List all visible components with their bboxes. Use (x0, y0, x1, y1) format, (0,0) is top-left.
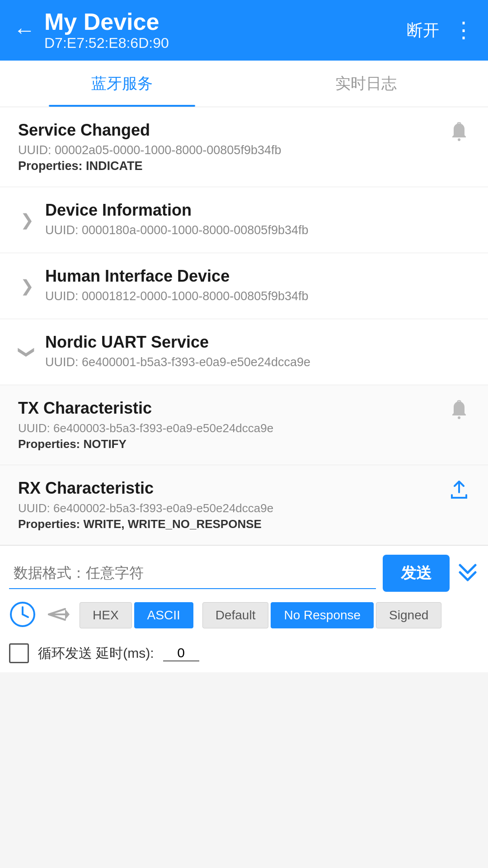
human-interface-title: Human Interface Device (45, 267, 470, 286)
loop-label: 循环发送 延时(ms): (38, 644, 154, 663)
rx-characteristic-properties: Properties: WRITE, WRITE_NO_RESPONSE (18, 517, 439, 531)
nordic-uart-title: Nordic UART Service (45, 333, 470, 352)
tab-bar: 蓝牙服务 实时日志 (0, 61, 488, 107)
rx-write-icon[interactable] (448, 479, 470, 505)
chevron-right-icon: ❯ (18, 211, 36, 230)
rx-characteristic-item: RX Characteristic UUID: 6e400002-b5a3-f3… (0, 465, 488, 545)
tx-notify-bell-icon[interactable] (448, 399, 470, 425)
loop-checkbox[interactable] (9, 643, 29, 663)
tab-realtime-log[interactable]: 实时日志 (244, 61, 488, 107)
disconnect-button[interactable]: 断开 (407, 19, 439, 42)
service-changed-uuid: UUID: 00002a05-0000-1000-8000-00805f9b34… (18, 143, 448, 157)
back-button[interactable]: ← (14, 19, 35, 41)
service-changed-properties: Properties: INDICATE (18, 159, 448, 173)
service-changed-title: Service Changed (18, 121, 448, 140)
clock-icon[interactable] (9, 601, 36, 630)
rx-characteristic-uuid: UUID: 6e400002-b5a3-f393-e0a9-e50e24dcca… (18, 501, 439, 515)
svg-marker-8 (65, 609, 70, 620)
ascii-format-button[interactable]: ASCII (134, 602, 193, 628)
overflow-menu-button[interactable]: ⋮ (453, 19, 474, 41)
rx-characteristic-title: RX Characteristic (18, 479, 439, 498)
tab-bluetooth-services[interactable]: 蓝牙服务 (0, 61, 244, 107)
send-icon-button[interactable] (45, 602, 70, 629)
device-information-item[interactable]: ❯ Device Information UUID: 0000180a-0000… (0, 187, 488, 253)
tx-characteristic-item: TX Characteristic UUID: 6e400003-b5a3-f3… (0, 385, 488, 465)
format-button-group: HEX ASCII (80, 602, 193, 628)
nordic-uart-service-item[interactable]: ❯ Nordic UART Service UUID: 6e400001-b5a… (0, 319, 488, 385)
device-address: D7:E7:52:E8:6D:90 (44, 35, 169, 52)
expand-button[interactable] (456, 560, 479, 587)
delay-input[interactable] (163, 645, 199, 661)
nordic-uart-uuid: UUID: 6e400001-b5a3-f393-e0a9-e50e24dcca… (45, 355, 470, 369)
toolbar-row: HEX ASCII Default No Response Signed (9, 601, 479, 630)
human-interface-uuid: UUID: 00001812-0000-1000-8000-00805f9b34… (45, 289, 470, 303)
device-information-uuid: UUID: 0000180a-0000-1000-8000-00805f9b34… (45, 223, 470, 237)
device-information-title: Device Information (45, 201, 470, 220)
tx-characteristic-title: TX Characteristic (18, 399, 439, 418)
input-area: 发送 HEX (0, 545, 488, 672)
notify-bell-icon[interactable] (448, 121, 470, 147)
service-changed-item: Service Changed UUID: 00002a05-0000-1000… (0, 107, 488, 187)
signed-response-button[interactable]: Signed (376, 602, 441, 628)
send-button[interactable]: 发送 (383, 555, 450, 592)
svg-point-0 (458, 138, 460, 141)
tx-characteristic-uuid: UUID: 6e400003-b5a3-f393-e0a9-e50e24dcca… (18, 421, 439, 435)
response-button-group: Default No Response Signed (202, 602, 442, 628)
tx-characteristic-properties: Properties: NOTIFY (18, 437, 439, 451)
page-title: My Device (44, 9, 169, 35)
loop-row: 循环发送 延时(ms): (9, 639, 479, 668)
default-response-button[interactable]: Default (202, 602, 269, 628)
data-input-field[interactable] (9, 558, 376, 589)
human-interface-device-item[interactable]: ❯ Human Interface Device UUID: 00001812-… (0, 253, 488, 319)
svg-line-4 (23, 614, 28, 617)
app-header: ← My Device D7:E7:52:E8:6D:90 断开 ⋮ (0, 0, 488, 61)
chevron-down-icon: ❯ (18, 343, 37, 361)
svg-point-1 (458, 416, 460, 419)
chevron-right-icon-2: ❯ (18, 277, 36, 296)
services-list: Service Changed UUID: 00002a05-0000-1000… (0, 107, 488, 545)
no-response-button[interactable]: No Response (271, 602, 374, 628)
hex-format-button[interactable]: HEX (80, 602, 132, 628)
